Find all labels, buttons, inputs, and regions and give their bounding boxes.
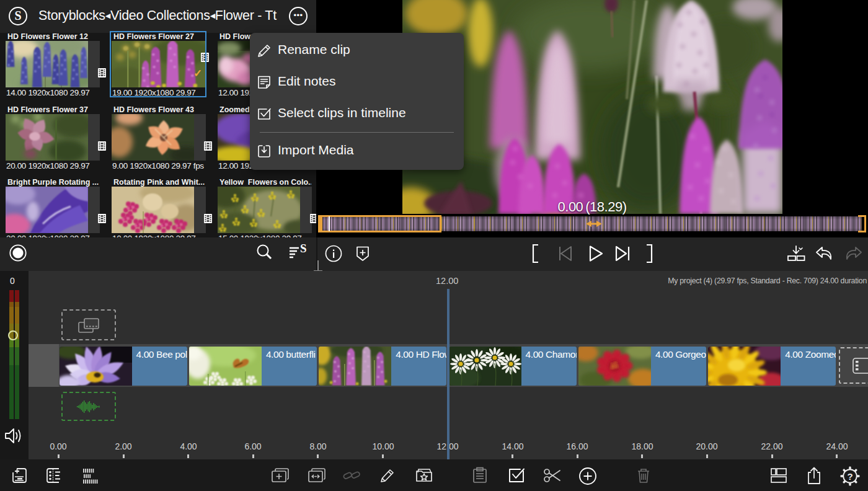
svg-text:?: ? xyxy=(847,471,852,482)
svg-text:S: S xyxy=(300,243,307,255)
